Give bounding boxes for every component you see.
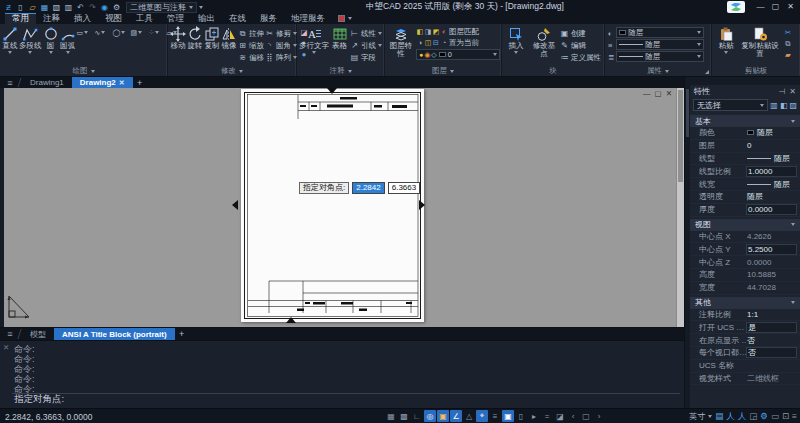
modify-tool-button[interactable]: ⣿阵列 [265, 52, 297, 63]
ribbon-tab[interactable]: 输出 [191, 13, 222, 24]
prop-row-layer[interactable]: 图层0 [690, 140, 800, 153]
prop-row-linetype-scale[interactable]: 线型比例1.0000 [690, 165, 800, 178]
viewport-grip-left[interactable] [232, 200, 238, 210]
move-button[interactable]: 移动 [170, 26, 186, 66]
lineweight-icon[interactable]: ≡ [608, 41, 614, 50]
mtext-button[interactable]: A 多行文字 [299, 26, 329, 66]
units-selector[interactable]: 英寸 [689, 411, 705, 422]
panel-tool-icon[interactable]: ▨ [789, 101, 797, 110]
status-toggle-icon[interactable]: ▯ [515, 410, 527, 422]
panel-close-icon[interactable]: ✕ [789, 87, 796, 96]
ribbon-tab[interactable]: 常用 [5, 13, 36, 24]
color-wheel-icon[interactable]: ◐ [608, 29, 614, 38]
scrollbar-thumb[interactable] [678, 90, 683, 182]
prop-row-ucs-per-viewport[interactable]: 每个视口都…否 [690, 347, 800, 360]
polyline-button[interactable]: 多段线 [19, 26, 42, 66]
status-right-icon[interactable]: ▤ [715, 410, 723, 422]
annotate-tool-button[interactable]: ⊢线性 [350, 28, 382, 39]
panel-label-draw[interactable]: 绘图 [0, 66, 167, 76]
status-toggle-icon[interactable]: ⌖ [476, 410, 488, 422]
quick-access-icon[interactable]: ▱ [27, 2, 38, 13]
draw-tool-button[interactable]: ◯ [113, 28, 129, 37]
doc-restore-button[interactable]: ▢ [655, 89, 662, 98]
status-right-icon[interactable]: ≡ [792, 410, 797, 422]
panel-label-properties[interactable]: 属性 [605, 66, 711, 76]
quick-access-icon[interactable]: ▯ [15, 2, 26, 13]
draw-tool-button[interactable]: ▨ [131, 28, 147, 37]
line-button[interactable]: 直线 [2, 26, 18, 66]
prop-row-thickness[interactable]: 厚度0.0000 [690, 204, 800, 217]
maximize-button[interactable]: ▢ [768, 1, 783, 13]
linetype-icon[interactable]: ≣ [608, 53, 614, 62]
prop-row-lineweight[interactable]: 线宽随层 [690, 178, 800, 191]
toolbar-overflow-icon[interactable] [199, 6, 203, 9]
status-toggle-icon[interactable]: ‹ [567, 410, 579, 422]
viewport-grip-right[interactable] [419, 200, 425, 210]
modify-tool-button[interactable]: ◝圆角 [265, 40, 297, 51]
prop-row-visual-style[interactable]: 视觉样式二维线框 [690, 373, 800, 386]
linetype-dropdown[interactable]: 随层 [616, 51, 704, 62]
ribbon-tab[interactable]: 地理服务 [284, 13, 332, 24]
layer-state-icon[interactable]: ◇ [431, 51, 436, 59]
quick-access-icon[interactable]: ↷ [87, 2, 98, 13]
block-tool-button[interactable]: ✎编辑 [560, 40, 601, 51]
modify-tool-button[interactable]: ≋偏移 [238, 52, 264, 63]
draw-tool-button[interactable]: ⁘ [149, 28, 165, 37]
dialog-launcher-icon[interactable] [705, 70, 709, 74]
lineweight-dropdown[interactable]: 随层 [616, 39, 704, 50]
status-toggle-icon[interactable]: ∠ [450, 410, 462, 422]
document-tab[interactable]: Drawing1 [22, 77, 72, 88]
status-right-icon[interactable]: 人 [738, 410, 747, 422]
ribbon-display-options[interactable] [332, 13, 358, 24]
rotate-button[interactable]: 旋转 [187, 26, 203, 66]
quick-access-icon[interactable]: Ƶ [3, 2, 14, 13]
status-toggle-icon[interactable]: ▢ [580, 410, 592, 422]
draw-tool-button[interactable]: ▭ [77, 28, 93, 37]
panel-label-annotate[interactable]: 注释 [297, 66, 384, 76]
prop-row-color[interactable]: 颜色随层 [690, 127, 800, 140]
status-toggle-icon[interactable]: ▩ [398, 410, 410, 422]
document-tab[interactable]: Drawing2✕ [72, 77, 133, 88]
layout-paper[interactable] [241, 89, 424, 322]
draw-tool-button[interactable]: ∿ [95, 28, 111, 37]
prop-row-center-x[interactable]: 中心点 X4.2626 [690, 231, 800, 244]
panel-tool-icon[interactable]: ◧ [780, 101, 788, 110]
prop-row-height[interactable]: 高度10.5885 [690, 269, 800, 282]
ribbon-tab[interactable]: 在线 [222, 13, 253, 24]
quick-access-icon[interactable]: ↶ [75, 2, 86, 13]
viewport-grip-bottom[interactable] [286, 317, 296, 323]
status-toggle-icon[interactable]: ◎ [424, 410, 436, 422]
status-toggle-icon[interactable]: ≡ [489, 410, 501, 422]
circle-button[interactable]: 圆 [43, 26, 59, 66]
layer-tool-icon[interactable]: ◧ [416, 28, 424, 36]
new-layout-button[interactable]: + [175, 328, 189, 340]
status-right-icon[interactable]: ◲ [749, 410, 757, 422]
panel-scrollbar[interactable] [685, 85, 690, 408]
clipboard-mini-icon[interactable]: ⧉ [783, 39, 793, 48]
layer-tool-icon[interactable]: ◩ [432, 28, 440, 36]
layer-state-icon[interactable]: ● [419, 51, 423, 59]
dynamic-input-x[interactable]: 2.2842 [352, 182, 384, 194]
auto-hide-icon[interactable]: ⊣ [778, 87, 785, 96]
annotate-tool-button[interactable]: ↗引线 [350, 40, 382, 51]
quick-access-icon[interactable]: ▧ [51, 2, 62, 13]
annotate-tool-button[interactable]: ▤字段 [350, 52, 382, 63]
quick-access-icon[interactable]: ⚙ [111, 2, 122, 13]
block-tool-button[interactable]: ≔定义属性 [560, 52, 601, 63]
command-prompt[interactable]: 指定对角点: [14, 393, 64, 406]
insert-block-button[interactable]: 插入 [504, 26, 528, 66]
vertical-scrollbar[interactable] [676, 88, 684, 327]
panel-label-modify[interactable]: 修改 [168, 66, 296, 76]
command-close-icon[interactable]: ✕ [3, 343, 9, 352]
layout-menu-icon[interactable]: ≡ [3, 328, 17, 340]
status-right-icon[interactable]: 人 [726, 410, 735, 422]
ribbon-tab[interactable]: 服务 [253, 13, 284, 24]
prop-row-ucs-origin[interactable]: 在原点显示 …否 [690, 334, 800, 347]
status-toggle-icon[interactable]: = [541, 410, 553, 422]
layout-tab[interactable]: ANSI A Title Block (portrait) [54, 328, 175, 340]
edit-basepoint-button[interactable]: 修改基点 [529, 26, 559, 66]
dynamic-input-y[interactable]: 6.3663 [388, 182, 420, 194]
ribbon-tab[interactable]: 视图 [98, 13, 129, 24]
layer-match-button[interactable]: 图层匹配 [449, 27, 479, 37]
ribbon-tab[interactable]: 注释 [36, 13, 67, 24]
